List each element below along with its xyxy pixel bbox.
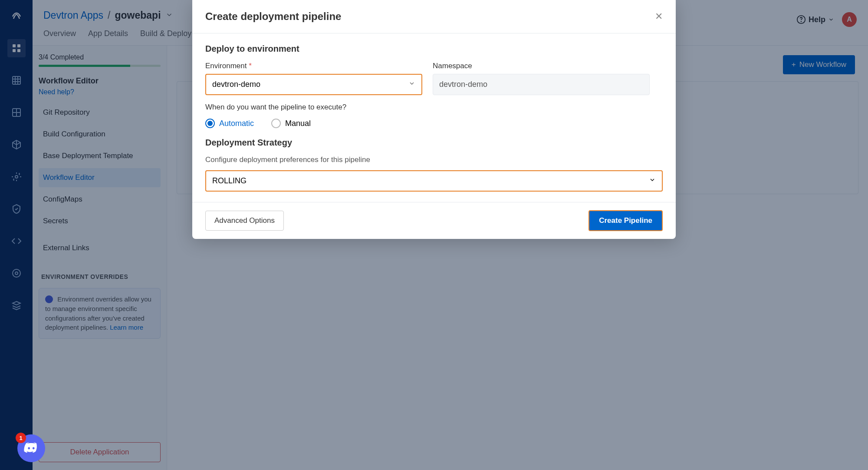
radio-manual[interactable]: Manual — [271, 119, 311, 128]
namespace-value: devtron-demo — [433, 74, 650, 95]
create-pipeline-button[interactable]: Create Pipeline — [589, 210, 663, 231]
discord-chat-button[interactable]: 1 — [17, 434, 45, 462]
strategy-value: ROLLING — [212, 176, 247, 185]
environment-value: devtron-demo — [212, 80, 260, 89]
modal-body: Deploy to environment Environment * devt… — [192, 33, 676, 202]
modal-title: Create deployment pipeline — [205, 10, 341, 23]
execution-question: When do you want the pipeline to execute… — [205, 103, 663, 112]
radio-icon — [271, 119, 281, 128]
chevron-down-icon — [408, 80, 415, 89]
chat-badge: 1 — [16, 433, 26, 443]
environment-label: Environment * — [205, 62, 422, 70]
environment-select[interactable]: devtron-demo — [205, 74, 422, 95]
namespace-label: Namespace — [433, 62, 650, 70]
chevron-down-icon — [649, 176, 656, 185]
modal-footer: Advanced Options Create Pipeline — [192, 202, 676, 239]
required-asterisk: * — [249, 62, 252, 70]
radio-automatic[interactable]: Automatic — [205, 119, 254, 128]
radio-manual-label: Manual — [285, 119, 311, 128]
advanced-options-button[interactable]: Advanced Options — [205, 211, 284, 231]
deploy-section-title: Deploy to environment — [205, 44, 663, 54]
create-pipeline-modal: Create deployment pipeline ✕ Deploy to e… — [192, 0, 676, 239]
close-icon[interactable]: ✕ — [655, 12, 663, 21]
discord-icon — [23, 440, 39, 456]
strategy-select[interactable]: ROLLING — [205, 170, 663, 192]
radio-automatic-label: Automatic — [219, 119, 254, 128]
strategy-title: Deployment Strategy — [205, 138, 663, 148]
radio-icon — [205, 119, 215, 128]
modal-header: Create deployment pipeline ✕ — [192, 0, 676, 33]
execution-radio-group: Automatic Manual — [205, 119, 663, 128]
strategy-desc: Configure deployment preferences for thi… — [205, 156, 663, 164]
